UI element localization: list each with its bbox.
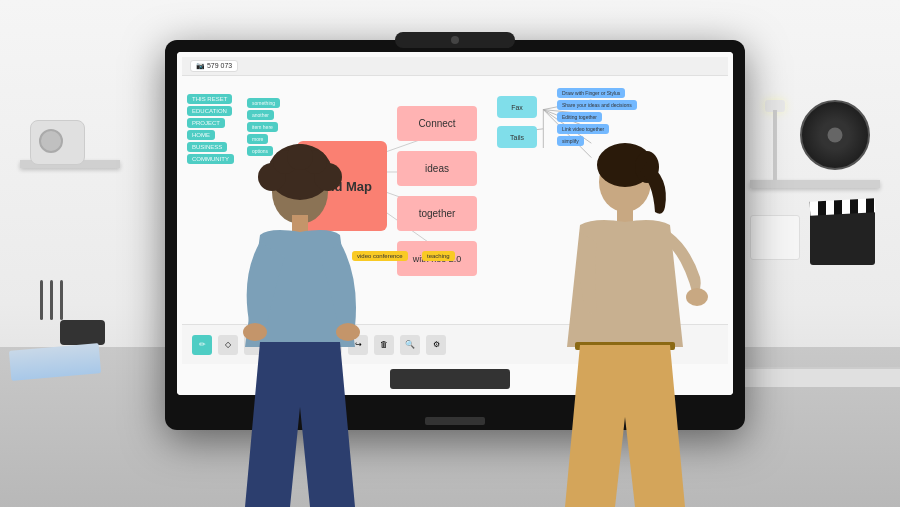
tag-this-reset: THIS RESET	[187, 94, 232, 104]
person-right-svg	[525, 117, 725, 507]
meeting-id-badge: 📷 579 073	[190, 60, 238, 72]
svg-point-21	[336, 323, 360, 341]
antenna-3	[60, 280, 63, 320]
toolbar-zoom-icon[interactable]: 🔍	[400, 335, 420, 355]
tag-education: EDUCATION	[187, 106, 232, 116]
toolbar-settings-icon[interactable]: ⚙	[426, 335, 446, 355]
connect-node: Connect	[397, 106, 477, 141]
keyboard	[390, 369, 510, 389]
tv-camera-bar	[395, 32, 515, 48]
together-label: together	[419, 208, 456, 219]
person-right	[525, 117, 725, 507]
white-device-box	[750, 215, 800, 260]
ideas-label: ideas	[425, 163, 449, 174]
network-device	[60, 320, 105, 345]
together-node: together	[397, 196, 477, 231]
tails-label: Tails	[510, 134, 524, 141]
person-left-svg	[210, 127, 390, 507]
desk-lamp	[760, 100, 790, 180]
webcam-left	[30, 120, 85, 165]
svg-point-20	[243, 323, 267, 341]
vinyl-record	[800, 100, 870, 170]
connect-label: Connect	[418, 118, 455, 129]
toolbar-pen-icon[interactable]: ✏	[192, 335, 212, 355]
scene: 📷 579 073	[0, 0, 900, 507]
svg-point-27	[686, 288, 708, 306]
person-left	[210, 127, 390, 507]
ideas-node: ideas	[397, 151, 477, 186]
antenna-2	[50, 280, 53, 320]
screen-topbar: 📷 579 073	[182, 57, 728, 76]
sub-node-2: Share your ideas and decisions	[557, 100, 637, 110]
tag-teaching: teaching	[422, 251, 455, 261]
tag-col2-2: another	[247, 110, 274, 120]
tag-col2-1: something	[247, 98, 280, 108]
svg-point-18	[287, 144, 313, 170]
sub-node-1: Draw with Finger or Stylus	[557, 88, 625, 98]
right-shelf	[750, 180, 880, 188]
fax-label: Fax	[511, 104, 523, 111]
tv-stand	[425, 417, 485, 425]
fax-node: Fax	[497, 96, 537, 118]
antenna-1	[40, 280, 43, 320]
clapperboard	[810, 210, 875, 265]
